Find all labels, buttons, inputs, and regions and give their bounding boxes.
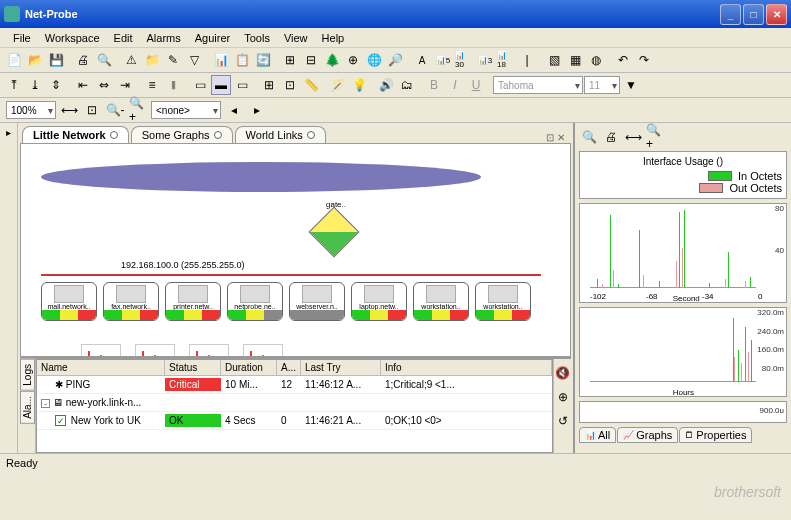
globe-icon[interactable]: 🌐 [364,50,384,70]
network-diagram[interactable]: gate.. 192.168.100.0 (255.255.255.0) mai… [20,143,571,357]
search-icon[interactable]: 🔎 [385,50,405,70]
tool-b-icon[interactable]: ▦ [565,50,585,70]
underline-icon[interactable]: U [466,75,486,95]
align-right-icon[interactable]: ⇥ [115,75,135,95]
network-icon[interactable]: ⊕ [343,50,363,70]
alert-icon[interactable]: ⚠ [121,50,141,70]
compose-icon[interactable]: ✎ [163,50,183,70]
menu-help[interactable]: Help [315,30,352,46]
panel3-icon[interactable]: ▭ [232,75,252,95]
device-node[interactable]: printer.netw.. [165,282,221,321]
chart-hours[interactable]: 80.0m160.0m240.0m320.0mHours [579,307,787,397]
table-row[interactable]: -🖥 new-york.link-n... [37,394,552,412]
device-node[interactable]: webserver.n.. [289,282,345,321]
minimize-button[interactable]: _ [720,4,741,25]
dist-v-icon[interactable]: ⦀ [163,75,183,95]
menu-aguirer[interactable]: Aguirer [188,30,237,46]
chart-seconds[interactable]: 4080-102-68-340Second [579,203,787,303]
bold-icon[interactable]: B [424,75,444,95]
rtab-all[interactable]: 📊All [579,427,616,443]
layer-combo[interactable]: <none> [151,101,221,119]
tab-some-graphs[interactable]: Some Graphs [131,126,233,143]
wand-icon[interactable]: 🪄 [328,75,348,95]
tab-tools-icon[interactable]: ⊡ ✕ [542,132,569,143]
open-icon[interactable]: 📂 [25,50,45,70]
tree-icon[interactable]: 🌲 [322,50,342,70]
chart-micro[interactable]: 900.0u [579,401,787,423]
new-icon[interactable]: 📄 [4,50,24,70]
tool-a-icon[interactable]: ▧ [544,50,564,70]
text-icon[interactable]: A [412,50,432,70]
device-node[interactable]: workstation.. [475,282,531,321]
zoomin-tool-icon[interactable]: 🔍+ [645,127,665,147]
folder-icon[interactable]: 📁 [142,50,162,70]
menu-alarms[interactable]: Alarms [140,30,188,46]
chart-icon[interactable]: 📊 [211,50,231,70]
layout1-icon[interactable]: ⊞ [280,50,300,70]
device-node[interactable]: laptop.netw.. [351,282,407,321]
device-node[interactable]: mail.network.. [41,282,97,321]
print-tool-icon[interactable]: 🖨 [601,127,621,147]
g3-icon[interactable]: 📊3 [475,50,495,70]
sep-icon[interactable]: | [517,50,537,70]
col-status[interactable]: Status [165,360,221,375]
filter-icon[interactable]: ▽ [184,50,204,70]
menu-workspace[interactable]: Workspace [38,30,107,46]
reset-icon[interactable]: ↺ [553,411,573,431]
device-node[interactable]: netprobe.ne.. [227,282,283,321]
menu-file[interactable]: File [6,30,38,46]
align-bottom-icon[interactable]: ⤓ [25,75,45,95]
ruler-icon[interactable]: 📏 [301,75,321,95]
save-icon[interactable]: 💾 [46,50,66,70]
tab-little-network[interactable]: Little Network [22,126,129,143]
device-node[interactable]: fax.network.. [103,282,159,321]
col-duration[interactable]: Duration [221,360,277,375]
expand-icon[interactable]: ⊕ [553,387,573,407]
gateway-node[interactable] [309,207,360,258]
valign-icon[interactable]: ⇕ [46,75,66,95]
align-left-icon[interactable]: ⇤ [73,75,93,95]
card-icon[interactable]: 🗂 [397,75,417,95]
align-center-icon[interactable]: ⇔ [94,75,114,95]
col-a[interactable]: A... [277,360,301,375]
bulb-icon[interactable]: 💡 [349,75,369,95]
fontsize-combo[interactable]: 11 [584,76,620,94]
menu-tools[interactable]: Tools [237,30,277,46]
layer-prev-icon[interactable]: ◂ [224,100,244,120]
col-lasttry[interactable]: Last Try [301,360,381,375]
report-icon[interactable]: 📋 [232,50,252,70]
g18-icon[interactable]: 📊18 [496,50,516,70]
table-row[interactable]: ✓ New York to UKOK4 Secs011:46:21 A...0;… [37,412,552,430]
fontcolor-icon[interactable]: ▼ [621,75,641,95]
fit-tool-icon[interactable]: ⟷ [623,127,643,147]
layer-next-icon[interactable]: ▸ [247,100,267,120]
panel2-icon[interactable]: ▬ [211,75,231,95]
col-info[interactable]: Info [381,360,552,375]
rtab-properties[interactable]: 🗒Properties [679,427,752,443]
zoom-combo[interactable]: 100% [6,101,56,119]
dist-h-icon[interactable]: ≡ [142,75,162,95]
refresh-icon[interactable]: 🔄 [253,50,273,70]
undo-icon[interactable]: ↶ [613,50,633,70]
fit-page-icon[interactable]: ⊡ [82,100,102,120]
rtab-graphs[interactable]: 📈Graphs [617,427,678,443]
italic-icon[interactable]: I [445,75,465,95]
internet-cloud-icon[interactable] [41,162,481,192]
tab-world-links[interactable]: World Links [235,126,326,143]
align-top-icon[interactable]: ⤒ [4,75,24,95]
snap-icon[interactable]: ⊡ [280,75,300,95]
g5-icon[interactable]: 📊5 [433,50,453,70]
print-icon[interactable]: 🖨 [73,50,93,70]
device-node[interactable]: workstation.. [413,282,469,321]
panel1-icon[interactable]: ▭ [190,75,210,95]
fit-width-icon[interactable]: ⟷ [59,100,79,120]
zoom-tool-icon[interactable]: 🔍 [579,127,599,147]
font-combo[interactable]: Tahoma [493,76,583,94]
maximize-button[interactable]: □ [743,4,764,25]
mute-icon[interactable]: 🔇 [553,363,573,383]
side-tab-alarms[interactable]: Ala... [20,391,35,424]
menu-view[interactable]: View [277,30,315,46]
redo-icon[interactable]: ↷ [634,50,654,70]
layout2-icon[interactable]: ⊟ [301,50,321,70]
g30-icon[interactable]: 📊30 [454,50,474,70]
